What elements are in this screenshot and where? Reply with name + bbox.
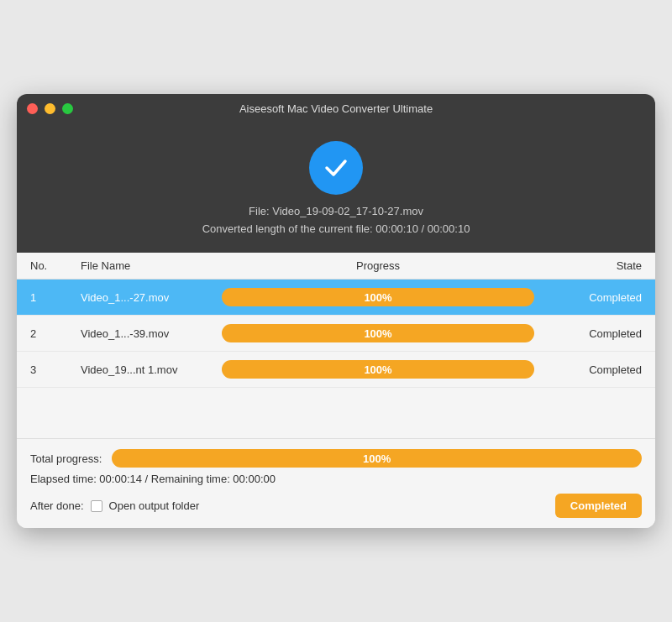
after-done-label: After done: (30, 499, 84, 512)
close-button[interactable] (27, 103, 38, 114)
col-filename: File Name (81, 259, 215, 272)
table-row[interactable]: 1 Video_1...-27.mov 100% Completed (17, 280, 655, 316)
checkmark-circle (309, 141, 363, 195)
table-spacer (17, 388, 655, 438)
window-title: Aiseesoft Mac Video Converter Ultimate (239, 102, 433, 115)
row-progress-container: 100% (215, 288, 541, 306)
maximize-button[interactable] (62, 103, 73, 114)
row-no: 3 (30, 363, 81, 376)
title-bar: Aiseesoft Mac Video Converter Ultimate (17, 94, 655, 124)
progress-label: 100% (364, 291, 391, 304)
total-progress-bar: 100% (112, 449, 642, 468)
main-window: Aiseesoft Mac Video Converter Ultimate F… (17, 94, 655, 529)
row-no: 2 (30, 327, 81, 340)
progress-bar: 100% (222, 324, 534, 342)
file-line2: Converted length of the current file: 00… (202, 221, 470, 238)
table-row[interactable]: 3 Video_19...nt 1.mov 100% Completed (17, 352, 655, 388)
progress-label: 100% (364, 363, 391, 376)
col-state: State (541, 259, 642, 272)
header-section: File: Video_19-09-02_17-10-27.mov Conver… (17, 124, 655, 254)
row-progress-container: 100% (215, 360, 541, 379)
minimize-button[interactable] (45, 103, 55, 114)
checkmark-icon (321, 153, 351, 183)
table-header: No. File Name Progress State (17, 253, 655, 280)
row-state: Completed (541, 291, 642, 304)
traffic-lights (27, 103, 73, 114)
row-state: Completed (541, 363, 642, 376)
total-progress-value: 100% (363, 452, 391, 465)
open-output-label: Open output folder (109, 499, 200, 512)
row-state: Completed (541, 327, 642, 340)
file-info: File: Video_19-09-02_17-10-27.mov Conver… (202, 203, 470, 238)
total-progress-row: Total progress: 100% (30, 449, 642, 468)
col-no: No. (30, 259, 81, 272)
progress-bar: 100% (222, 360, 534, 379)
total-progress-label: Total progress: (30, 452, 102, 465)
open-output-checkbox[interactable] (91, 500, 102, 512)
row-progress-container: 100% (215, 324, 541, 342)
file-line1: File: Video_19-09-02_17-10-27.mov (202, 203, 470, 221)
table-section: No. File Name Progress State 1 Video_1..… (17, 253, 655, 438)
row-filename: Video_19...nt 1.mov (81, 363, 215, 376)
row-filename: Video_1...-27.mov (81, 291, 215, 304)
row-filename: Video_1...-39.mov (81, 327, 215, 340)
row-no: 1 (30, 291, 81, 304)
after-done-row: After done: Open output folder Completed (30, 494, 642, 518)
progress-bar: 100% (222, 288, 534, 306)
footer: Total progress: 100% Elapsed time: 00:00… (17, 438, 655, 528)
completed-button[interactable]: Completed (555, 494, 642, 518)
col-progress: Progress (215, 259, 541, 272)
table-row[interactable]: 2 Video_1...-39.mov 100% Completed (17, 316, 655, 352)
elapsed-row: Elapsed time: 00:00:14 / Remaining time:… (30, 473, 642, 485)
after-done-left: After done: Open output folder (30, 499, 199, 512)
progress-label: 100% (364, 327, 391, 340)
